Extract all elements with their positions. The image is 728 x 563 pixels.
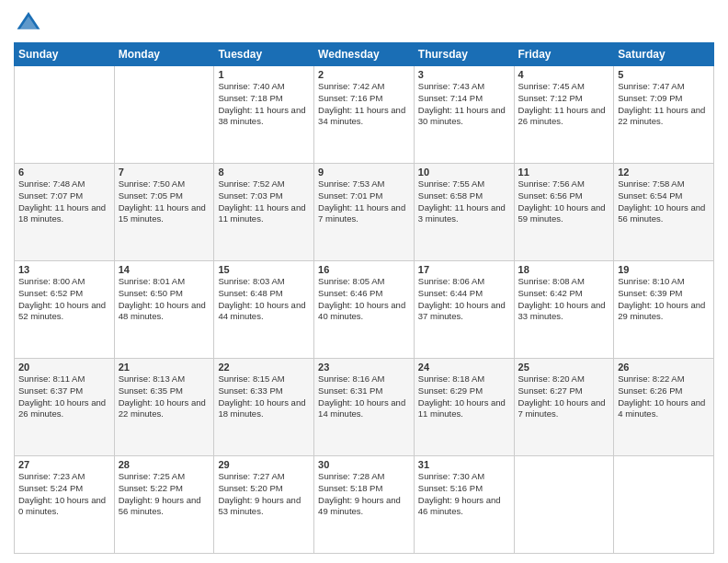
day-number: 23 (318, 362, 410, 373)
day-info: Sunrise: 8:20 AM Sunset: 6:27 PM Dayligh… (518, 373, 610, 420)
day-info: Sunrise: 7:58 AM Sunset: 6:54 PM Dayligh… (618, 178, 710, 225)
weekday-header-row: SundayMondayTuesdayWednesdayThursdayFrid… (15, 43, 714, 66)
calendar-cell: 2Sunrise: 7:42 AM Sunset: 7:16 PM Daylig… (314, 66, 415, 164)
day-number: 18 (518, 264, 610, 275)
calendar-cell: 20Sunrise: 8:11 AM Sunset: 6:37 PM Dayli… (15, 359, 115, 456)
day-info: Sunrise: 8:03 AM Sunset: 6:48 PM Dayligh… (218, 276, 310, 323)
day-info: Sunrise: 7:23 AM Sunset: 5:24 PM Dayligh… (18, 471, 110, 518)
day-number: 20 (18, 362, 110, 373)
day-info: Sunrise: 8:16 AM Sunset: 6:31 PM Dayligh… (318, 373, 410, 420)
calendar-cell: 27Sunrise: 7:23 AM Sunset: 5:24 PM Dayli… (15, 456, 115, 554)
calendar-cell: 28Sunrise: 7:25 AM Sunset: 5:22 PM Dayli… (114, 456, 214, 554)
day-info: Sunrise: 8:18 AM Sunset: 6:29 PM Dayligh… (418, 373, 510, 420)
day-number: 4 (518, 69, 610, 80)
header (14, 9, 714, 35)
day-number: 5 (618, 69, 710, 80)
day-number: 25 (518, 362, 610, 373)
day-info: Sunrise: 7:30 AM Sunset: 5:16 PM Dayligh… (418, 471, 510, 518)
calendar-cell: 16Sunrise: 8:05 AM Sunset: 6:46 PM Dayli… (314, 261, 415, 359)
weekday-header: Wednesday (314, 43, 415, 66)
logo (14, 9, 41, 35)
day-number: 3 (418, 69, 510, 80)
calendar-cell: 4Sunrise: 7:45 AM Sunset: 7:12 PM Daylig… (514, 66, 614, 164)
day-number: 12 (618, 167, 710, 178)
calendar-cell: 29Sunrise: 7:27 AM Sunset: 5:20 PM Dayli… (214, 456, 314, 554)
calendar-cell: 23Sunrise: 8:16 AM Sunset: 6:31 PM Dayli… (314, 359, 415, 456)
logo-icon (16, 9, 41, 35)
calendar-week-row: 20Sunrise: 8:11 AM Sunset: 6:37 PM Dayli… (15, 359, 714, 456)
day-info: Sunrise: 8:00 AM Sunset: 6:52 PM Dayligh… (18, 276, 110, 323)
calendar-cell: 6Sunrise: 7:48 AM Sunset: 7:07 PM Daylig… (15, 164, 115, 261)
day-number: 27 (18, 459, 110, 470)
calendar-cell: 13Sunrise: 8:00 AM Sunset: 6:52 PM Dayli… (15, 261, 115, 359)
day-number: 8 (218, 167, 310, 178)
calendar-cell: 3Sunrise: 7:43 AM Sunset: 7:14 PM Daylig… (414, 66, 514, 164)
day-number: 17 (418, 264, 510, 275)
day-info: Sunrise: 7:25 AM Sunset: 5:22 PM Dayligh… (119, 471, 210, 518)
day-number: 11 (518, 167, 610, 178)
day-number: 14 (119, 264, 210, 275)
weekday-header: Friday (514, 43, 614, 66)
day-info: Sunrise: 8:08 AM Sunset: 6:42 PM Dayligh… (518, 276, 610, 323)
calendar-cell: 7Sunrise: 7:50 AM Sunset: 7:05 PM Daylig… (114, 164, 214, 261)
day-number: 10 (418, 167, 510, 178)
day-number: 13 (18, 264, 110, 275)
calendar-cell: 31Sunrise: 7:30 AM Sunset: 5:16 PM Dayli… (414, 456, 514, 554)
day-number: 15 (218, 264, 310, 275)
weekday-header: Monday (114, 43, 214, 66)
calendar-cell: 15Sunrise: 8:03 AM Sunset: 6:48 PM Dayli… (214, 261, 314, 359)
calendar-cell: 22Sunrise: 8:15 AM Sunset: 6:33 PM Dayli… (214, 359, 314, 456)
day-info: Sunrise: 7:53 AM Sunset: 7:01 PM Dayligh… (318, 178, 410, 225)
calendar-cell: 25Sunrise: 8:20 AM Sunset: 6:27 PM Dayli… (514, 359, 614, 456)
calendar-week-row: 1Sunrise: 7:40 AM Sunset: 7:18 PM Daylig… (15, 66, 714, 164)
day-info: Sunrise: 8:22 AM Sunset: 6:26 PM Dayligh… (618, 373, 710, 420)
day-number: 19 (618, 264, 710, 275)
calendar-cell: 30Sunrise: 7:28 AM Sunset: 5:18 PM Dayli… (314, 456, 415, 554)
day-number: 2 (318, 69, 410, 80)
day-number: 26 (618, 362, 710, 373)
calendar-cell: 17Sunrise: 8:06 AM Sunset: 6:44 PM Dayli… (414, 261, 514, 359)
day-info: Sunrise: 7:28 AM Sunset: 5:18 PM Dayligh… (318, 471, 410, 518)
calendar-week-row: 13Sunrise: 8:00 AM Sunset: 6:52 PM Dayli… (15, 261, 714, 359)
day-info: Sunrise: 7:56 AM Sunset: 6:56 PM Dayligh… (518, 178, 610, 225)
day-info: Sunrise: 8:11 AM Sunset: 6:37 PM Dayligh… (18, 373, 110, 420)
day-number: 6 (18, 167, 110, 178)
page: SundayMondayTuesdayWednesdayThursdayFrid… (0, 0, 728, 563)
day-number: 16 (318, 264, 410, 275)
calendar-cell: 9Sunrise: 7:53 AM Sunset: 7:01 PM Daylig… (314, 164, 415, 261)
day-info: Sunrise: 7:40 AM Sunset: 7:18 PM Dayligh… (218, 81, 310, 128)
weekday-header: Thursday (414, 43, 514, 66)
calendar-cell (114, 66, 214, 164)
calendar-table: SundayMondayTuesdayWednesdayThursdayFrid… (14, 42, 714, 554)
weekday-header: Sunday (15, 43, 115, 66)
calendar-cell: 21Sunrise: 8:13 AM Sunset: 6:35 PM Dayli… (114, 359, 214, 456)
calendar-cell: 18Sunrise: 8:08 AM Sunset: 6:42 PM Dayli… (514, 261, 614, 359)
day-info: Sunrise: 7:48 AM Sunset: 7:07 PM Dayligh… (18, 178, 110, 225)
calendar-cell: 24Sunrise: 8:18 AM Sunset: 6:29 PM Dayli… (414, 359, 514, 456)
day-info: Sunrise: 8:05 AM Sunset: 6:46 PM Dayligh… (318, 276, 410, 323)
day-number: 22 (218, 362, 310, 373)
day-info: Sunrise: 7:52 AM Sunset: 7:03 PM Dayligh… (218, 178, 310, 225)
day-number: 1 (218, 69, 310, 80)
day-info: Sunrise: 7:47 AM Sunset: 7:09 PM Dayligh… (618, 81, 710, 128)
day-number: 21 (119, 362, 210, 373)
calendar-week-row: 27Sunrise: 7:23 AM Sunset: 5:24 PM Dayli… (15, 456, 714, 554)
day-info: Sunrise: 8:01 AM Sunset: 6:50 PM Dayligh… (119, 276, 210, 323)
day-number: 30 (318, 459, 410, 470)
calendar-cell: 1Sunrise: 7:40 AM Sunset: 7:18 PM Daylig… (214, 66, 314, 164)
day-info: Sunrise: 7:27 AM Sunset: 5:20 PM Dayligh… (218, 471, 310, 518)
day-number: 29 (218, 459, 310, 470)
day-info: Sunrise: 7:43 AM Sunset: 7:14 PM Dayligh… (418, 81, 510, 128)
weekday-header: Tuesday (214, 43, 314, 66)
day-info: Sunrise: 7:45 AM Sunset: 7:12 PM Dayligh… (518, 81, 610, 128)
day-info: Sunrise: 7:50 AM Sunset: 7:05 PM Dayligh… (119, 178, 210, 225)
day-number: 31 (418, 459, 510, 470)
calendar-cell (15, 66, 115, 164)
day-info: Sunrise: 8:06 AM Sunset: 6:44 PM Dayligh… (418, 276, 510, 323)
weekday-header: Saturday (614, 43, 714, 66)
day-number: 9 (318, 167, 410, 178)
calendar-cell: 8Sunrise: 7:52 AM Sunset: 7:03 PM Daylig… (214, 164, 314, 261)
day-number: 7 (119, 167, 210, 178)
calendar-cell: 5Sunrise: 7:47 AM Sunset: 7:09 PM Daylig… (614, 66, 714, 164)
day-info: Sunrise: 7:55 AM Sunset: 6:58 PM Dayligh… (418, 178, 510, 225)
